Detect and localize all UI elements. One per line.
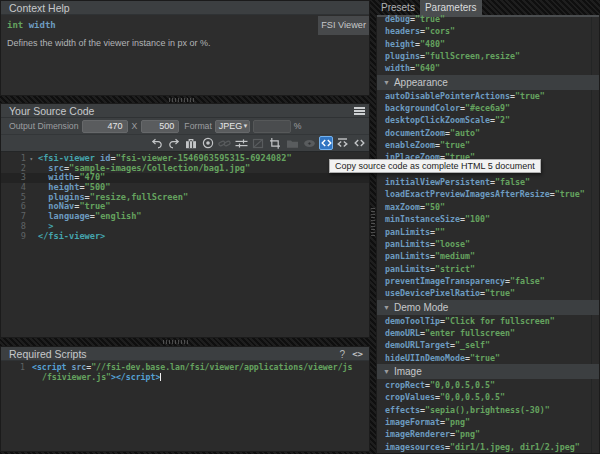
help-icon[interactable]: ? bbox=[340, 347, 346, 362]
horizontal-splitter-bottom[interactable] bbox=[0, 338, 370, 346]
parameter-row[interactable]: panLimits="strict" bbox=[377, 263, 599, 275]
parameter-row[interactable]: minInstanceSize="100" bbox=[377, 213, 599, 225]
tooltip: Copy source code as complete HTML 5 docu… bbox=[329, 159, 541, 173]
quality-input[interactable] bbox=[253, 120, 291, 133]
no-edit-icon[interactable] bbox=[251, 136, 265, 150]
parameter-row[interactable]: debug="true" bbox=[377, 15, 599, 25]
parameter-row[interactable]: plugins="fullScreen,resize" bbox=[377, 50, 599, 62]
parameter-row[interactable]: panLimits="medium" bbox=[377, 250, 599, 262]
parameter-row[interactable]: imagesources="dir1/1.jpeg, dir1/2.jpeg" bbox=[377, 441, 599, 453]
right-panel-tabs: PresetsParameters bbox=[376, 0, 600, 15]
copy-source-overline-icon[interactable] bbox=[336, 136, 350, 150]
parameter-name: preventImageTransparency bbox=[385, 276, 505, 286]
parameter-value: "enter fullscreen" bbox=[425, 328, 515, 338]
code-token-str: "english" bbox=[95, 211, 142, 221]
parameter-row[interactable]: panLimits="loose" bbox=[377, 238, 599, 250]
line-number: 2 bbox=[1, 164, 31, 174]
folder-icon[interactable] bbox=[285, 136, 299, 150]
splitter-grip bbox=[163, 340, 189, 344]
parameter-row[interactable]: cropValues="0,0,0.5,0.5" bbox=[377, 391, 599, 403]
parameter-row[interactable]: panLimits="" bbox=[377, 226, 599, 238]
context-help-content: int width FSI Viewer Defines the width o… bbox=[1, 15, 369, 95]
parameter-name: autoDisablePointerActions bbox=[385, 91, 510, 101]
section-header-demo-mode[interactable]: ▼Demo Mode bbox=[377, 300, 600, 315]
parameter-value: "png" bbox=[445, 417, 470, 427]
code-token-tag2: <script bbox=[32, 362, 67, 372]
parameter-row[interactable]: imageRenderer="png" bbox=[377, 428, 599, 440]
section-header-image[interactable]: ▼Image bbox=[377, 364, 600, 379]
code-token-tag: <fsi-viewer bbox=[38, 154, 95, 163]
panel-menu-icon[interactable] bbox=[354, 107, 365, 116]
copy-source-icon[interactable] bbox=[353, 136, 367, 150]
code-token-plain bbox=[38, 182, 48, 192]
parameter-row[interactable]: height="480" bbox=[377, 38, 599, 50]
parameter-row[interactable]: demoToolTip="Click for fullscreen" bbox=[377, 315, 599, 327]
code-token-attr: id bbox=[100, 154, 110, 163]
parameter-row[interactable]: initialViewPersistent="false" bbox=[377, 176, 599, 188]
parameter-row[interactable]: effects="sepia(),brightness(-30)" bbox=[377, 404, 599, 416]
required-scripts-header: Required Scripts ? <> bbox=[1, 347, 369, 361]
eye-icon[interactable] bbox=[302, 136, 316, 150]
section-label: Image bbox=[394, 366, 422, 377]
code-token-str: "true" bbox=[79, 201, 110, 211]
parameter-row[interactable]: desktopClickZoomScale="2" bbox=[377, 114, 599, 126]
parameter-name: documentZoom bbox=[385, 128, 445, 138]
source-code-line: 7 language="english" bbox=[1, 212, 369, 222]
collapse-triangle-icon: ▼ bbox=[383, 79, 390, 86]
parameter-value: "sepia(),brightness(-30)" bbox=[425, 405, 550, 415]
parameter-row[interactable]: hideUIInDemoMode="true" bbox=[377, 352, 599, 364]
parameter-row[interactable]: enableZoom="true" bbox=[377, 139, 599, 151]
code-text: <script src="//fsi-dev.base.lan/fsi/view… bbox=[29, 362, 352, 372]
format-select[interactable]: JPEG ▼ bbox=[215, 120, 250, 133]
parameter-row[interactable]: demoURL="enter fullscreen" bbox=[377, 327, 599, 339]
parameter-row[interactable]: autoDisablePointerActions="true" bbox=[377, 90, 599, 102]
parameter-row[interactable]: maxZoom="50" bbox=[377, 201, 599, 213]
parameter-row[interactable]: documentZoom="auto" bbox=[377, 127, 599, 139]
parameter-name: demoURL bbox=[385, 328, 420, 338]
code-token-str: "//fsi-dev.base.lan/fsi/viewer/applicati… bbox=[91, 362, 352, 372]
parameter-row[interactable]: demoURLTarget="_self" bbox=[377, 339, 599, 351]
code-icon[interactable]: <> bbox=[352, 347, 363, 362]
sliders-icon[interactable] bbox=[235, 136, 249, 150]
parameter-name: panLimits bbox=[385, 264, 430, 274]
code-text: </fsi-viewer> bbox=[31, 232, 105, 242]
parameter-row[interactable]: headers="cors" bbox=[377, 25, 599, 37]
copy-source-html-icon[interactable] bbox=[319, 136, 333, 150]
parameter-row[interactable]: width="640" bbox=[377, 62, 599, 74]
crop-icon[interactable] bbox=[268, 136, 282, 150]
parameter-value: "true" bbox=[470, 353, 500, 363]
parameters-content[interactable]: debug="true"headers="cors"height="480"pl… bbox=[376, 15, 600, 454]
undo-icon[interactable] bbox=[150, 136, 164, 150]
parameter-row[interactable]: useDevicePixelRatio="true" bbox=[377, 287, 599, 299]
code-token-attr: width bbox=[48, 172, 74, 182]
section-header-appearance[interactable]: ▼Appearance bbox=[377, 75, 600, 90]
format-value: JPEG bbox=[219, 121, 243, 132]
briefcase-icon[interactable] bbox=[184, 136, 198, 150]
fold-arrow-icon[interactable]: ▾ bbox=[29, 154, 33, 164]
code-token-plain bbox=[38, 221, 48, 231]
output-height-input[interactable]: 500 bbox=[141, 120, 179, 133]
parameter-row[interactable]: loadExactPreviewImagesAfterResize="true" bbox=[377, 188, 599, 200]
fsi-viewer-button[interactable]: FSI Viewer bbox=[318, 16, 369, 35]
parameter-name: headers bbox=[385, 26, 420, 36]
parameter-row[interactable]: imageFormat="png" bbox=[377, 416, 599, 428]
parameter-name: desktopClickZoomScale bbox=[385, 115, 490, 125]
parameter-row[interactable]: backgroundColor="#ece6a9" bbox=[377, 102, 599, 114]
redo-icon[interactable] bbox=[167, 136, 181, 150]
output-width-input[interactable]: 470 bbox=[82, 120, 128, 133]
parameter-value: "0,0,0.5,0.5" bbox=[430, 380, 495, 390]
tab-presets[interactable]: Presets bbox=[376, 0, 420, 15]
parameter-value: "true" bbox=[440, 140, 470, 150]
record-target-icon[interactable] bbox=[201, 136, 215, 150]
parameter-row[interactable]: preventImageTransparency="false" bbox=[377, 275, 599, 287]
section-label: Appearance bbox=[394, 77, 448, 88]
required-scripts-editor[interactable]: 1<script src="//fsi-dev.base.lan/fsi/vie… bbox=[1, 362, 369, 451]
tab-parameters[interactable]: Parameters bbox=[420, 0, 482, 15]
parameter-name: maxZoom bbox=[385, 202, 420, 212]
parameter-name: panLimits bbox=[385, 251, 430, 261]
parameter-name: demoURLTarget bbox=[385, 340, 450, 350]
source-code-editor[interactable]: 1▾<fsi-viewer id="fsi-viewer-15469635953… bbox=[1, 154, 369, 337]
parameter-row[interactable]: cropRect="0,0,0.5,0.5" bbox=[377, 379, 599, 391]
code-token-str: "resize,fullScreen" bbox=[90, 192, 188, 202]
link-icon[interactable] bbox=[218, 136, 232, 150]
